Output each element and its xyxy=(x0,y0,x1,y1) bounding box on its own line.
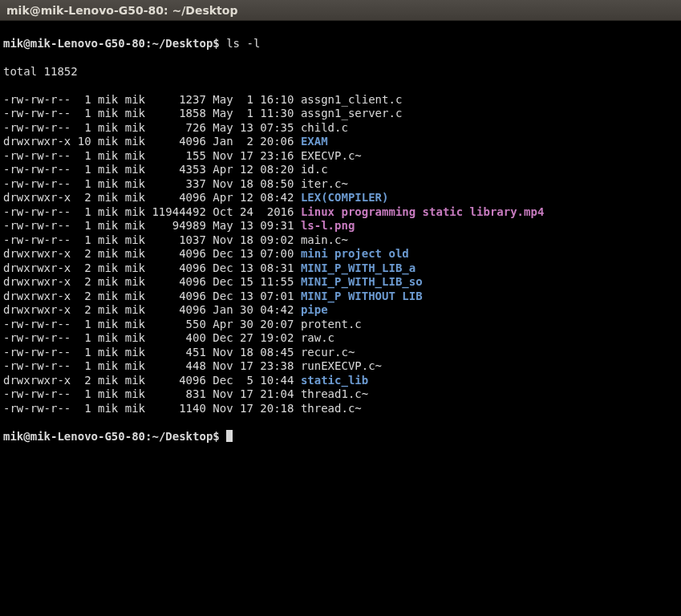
file-row: drwxrwxr-x 10 mik mik 4096 Jan 2 20:06 E… xyxy=(3,135,678,149)
file-row: -rw-rw-r-- 1 mik mik 155 Nov 17 23:16 EX… xyxy=(3,149,678,164)
file-meta: -rw-rw-r-- 1 mik mik 1237 May 1 16:10 xyxy=(3,93,301,106)
file-meta: -rw-rw-r-- 1 mik mik 451 Nov 18 08:45 xyxy=(3,346,301,359)
file-name: runEXECVP.c~ xyxy=(301,359,382,372)
file-row: drwxrwxr-x 2 mik mik 4096 Dec 5 10:44 st… xyxy=(3,374,678,388)
file-meta: -rw-rw-r-- 1 mik mik 831 Nov 17 21:04 xyxy=(3,387,301,400)
total-line: total 11852 xyxy=(3,65,678,79)
file-meta: -rw-rw-r-- 1 mik mik 1037 Nov 18 09:02 xyxy=(3,233,301,246)
file-meta: drwxrwxr-x 2 mik mik 4096 Dec 13 07:00 xyxy=(3,247,301,260)
file-row: drwxrwxr-x 2 mik mik 4096 Dec 13 07:01 M… xyxy=(3,290,678,304)
file-meta: drwxrwxr-x 2 mik mik 4096 Dec 13 08:31 xyxy=(3,261,301,274)
file-meta: -rw-rw-r-- 1 mik mik 550 Apr 30 20:07 xyxy=(3,318,301,330)
file-row: drwxrwxr-x 2 mik mik 4096 Dec 15 11:55 M… xyxy=(3,275,678,290)
window-title: mik@mik-Lenovo-G50-80: ~/Desktop xyxy=(6,4,237,17)
file-row: -rw-rw-r-- 1 mik mik 831 Nov 17 21:04 th… xyxy=(3,387,678,402)
file-meta: -rw-rw-r-- 1 mik mik 1140 Nov 17 20:18 xyxy=(3,402,301,415)
file-row: -rw-rw-r-- 1 mik mik 400 Dec 27 19:02 ra… xyxy=(3,331,678,346)
command-text: ls -l xyxy=(226,37,260,50)
file-meta: -rw-rw-r-- 1 mik mik 11944492 Oct 24 201… xyxy=(3,205,301,218)
cursor xyxy=(226,430,233,442)
file-row: -rw-rw-r-- 1 mik mik 726 May 13 07:35 ch… xyxy=(3,121,678,136)
file-meta: drwxrwxr-x 2 mik mik 4096 Jan 30 04:42 xyxy=(3,303,301,316)
file-name: Linux programming static library.mp4 xyxy=(301,205,544,218)
prompt-line-2: mik@mik-Lenovo-G50-80:~/Desktop$ xyxy=(3,430,678,444)
file-name: thread1.c~ xyxy=(301,387,368,400)
file-row: -rw-rw-r-- 1 mik mik 11944492 Oct 24 201… xyxy=(3,205,678,220)
file-meta: -rw-rw-r-- 1 mik mik 726 May 13 07:35 xyxy=(3,121,301,134)
file-name: EXECVP.c~ xyxy=(301,149,362,162)
file-meta: -rw-rw-r-- 1 mik mik 1858 May 1 11:30 xyxy=(3,107,301,120)
file-meta: -rw-rw-r-- 1 mik mik 155 Nov 17 23:16 xyxy=(3,149,301,162)
file-meta: -rw-rw-r-- 1 mik mik 94989 May 13 09:31 xyxy=(3,219,301,232)
file-name: iter.c~ xyxy=(301,177,348,190)
file-row: drwxrwxr-x 2 mik mik 4096 Dec 13 08:31 M… xyxy=(3,261,678,276)
file-name: MINI_P WITHOUT LIB xyxy=(301,290,423,302)
file-meta: drwxrwxr-x 2 mik mik 4096 Dec 5 10:44 xyxy=(3,374,301,387)
file-meta: -rw-rw-r-- 1 mik mik 4353 Apr 12 08:20 xyxy=(3,163,301,176)
window-titlebar[interactable]: mik@mik-Lenovo-G50-80: ~/Desktop xyxy=(0,0,681,21)
file-row: drwxrwxr-x 2 mik mik 4096 Dec 13 07:00 m… xyxy=(3,247,678,261)
prompt-line: mik@mik-Lenovo-G50-80:~/Desktop$ ls -l xyxy=(3,37,678,51)
file-meta: -rw-rw-r-- 1 mik mik 400 Dec 27 19:02 xyxy=(3,331,301,344)
prompt-user-host: mik@mik-Lenovo-G50-80 xyxy=(3,37,145,50)
file-name: main.c~ xyxy=(301,233,348,246)
prompt-cwd: ~/Desktop xyxy=(152,37,213,50)
file-name: assgn1_server.c xyxy=(301,107,402,120)
file-row: -rw-rw-r-- 1 mik mik 448 Nov 17 23:38 ru… xyxy=(3,359,678,374)
file-meta: drwxrwxr-x 2 mik mik 4096 Apr 12 08:42 xyxy=(3,191,301,204)
file-row: -rw-rw-r-- 1 mik mik 1858 May 1 11:30 as… xyxy=(3,107,678,121)
file-name: ls-l.png xyxy=(301,219,355,232)
file-row: -rw-rw-r-- 1 mik mik 1237 May 1 16:10 as… xyxy=(3,93,678,107)
file-name: protent.c xyxy=(301,318,362,330)
file-row: -rw-rw-r-- 1 mik mik 337 Nov 18 08:50 it… xyxy=(3,177,678,192)
file-name: thread.c~ xyxy=(301,402,362,415)
file-name: MINI_P_WITH_LIB_a xyxy=(301,261,415,274)
file-row: -rw-rw-r-- 1 mik mik 550 Apr 30 20:07 pr… xyxy=(3,318,678,332)
file-row: -rw-rw-r-- 1 mik mik 94989 May 13 09:31 … xyxy=(3,219,678,233)
file-row: drwxrwxr-x 2 mik mik 4096 Apr 12 08:42 L… xyxy=(3,191,678,205)
file-row: drwxrwxr-x 2 mik mik 4096 Jan 30 04:42 p… xyxy=(3,303,678,318)
file-name: MINI_P_WITH_LIB_so xyxy=(301,275,423,288)
file-name: child.c xyxy=(301,121,348,134)
file-name: raw.c xyxy=(301,331,334,344)
file-meta: -rw-rw-r-- 1 mik mik 448 Nov 17 23:38 xyxy=(3,359,301,372)
file-row: -rw-rw-r-- 1 mik mik 4353 Apr 12 08:20 i… xyxy=(3,163,678,177)
file-name: EXAM xyxy=(301,135,328,148)
file-meta: drwxrwxr-x 10 mik mik 4096 Jan 2 20:06 xyxy=(3,135,301,148)
file-name: recur.c~ xyxy=(301,346,355,359)
terminal-area[interactable]: mik@mik-Lenovo-G50-80:~/Desktop$ ls -l t… xyxy=(0,21,681,616)
file-name: assgn1_client.c xyxy=(301,93,402,106)
file-name: LEX(COMPILER) xyxy=(301,191,389,204)
file-name: pipe xyxy=(301,303,328,316)
file-meta: drwxrwxr-x 2 mik mik 4096 Dec 13 07:01 xyxy=(3,290,301,302)
file-row: -rw-rw-r-- 1 mik mik 1140 Nov 17 20:18 t… xyxy=(3,402,678,416)
file-row: -rw-rw-r-- 1 mik mik 451 Nov 18 08:45 re… xyxy=(3,346,678,360)
file-meta: -rw-rw-r-- 1 mik mik 337 Nov 18 08:50 xyxy=(3,177,301,190)
file-name: id.c xyxy=(301,163,328,176)
file-meta: drwxrwxr-x 2 mik mik 4096 Dec 15 11:55 xyxy=(3,275,301,288)
file-name: mini project old xyxy=(301,247,409,260)
file-row: -rw-rw-r-- 1 mik mik 1037 Nov 18 09:02 m… xyxy=(3,233,678,248)
file-name: static_lib xyxy=(301,374,368,387)
